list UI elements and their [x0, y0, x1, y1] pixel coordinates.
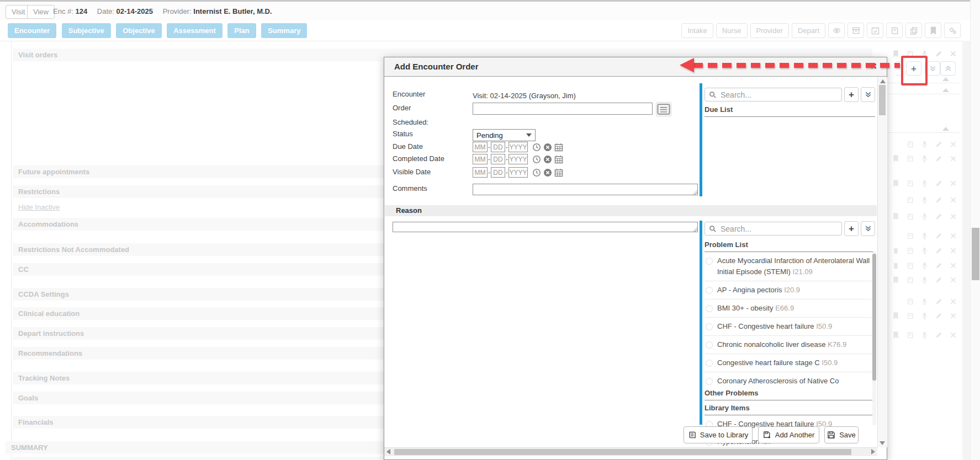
clock-icon[interactable] [532, 143, 541, 152]
due-expand-button[interactable] [861, 87, 875, 102]
calendar-icon[interactable] [554, 168, 563, 177]
collapse-caret-icon[interactable] [942, 77, 949, 81]
tab-objective[interactable]: Objective [116, 23, 162, 38]
problem-search-input[interactable] [719, 224, 838, 234]
rail-section-divider [888, 94, 960, 94]
radio-icon[interactable] [706, 323, 713, 330]
modal-vertical-scrollbar[interactable] [877, 77, 887, 447]
double-chevron-down-icon [865, 225, 872, 232]
completed-date-mm[interactable]: MM [473, 154, 488, 164]
clear-date-icon[interactable] [543, 143, 552, 152]
clock-icon[interactable] [532, 155, 541, 164]
tab-encounter[interactable]: Encounter [8, 23, 56, 38]
modal-hscroll-thumb[interactable] [394, 449, 851, 455]
soap-tabs: Encounter Subjective Objective Assessmen… [8, 23, 310, 38]
pencil-icon [932, 260, 946, 270]
modal-horizontal-scrollbar[interactable] [384, 447, 877, 456]
scroll-right-icon[interactable] [871, 449, 875, 454]
due-add-button[interactable]: + [844, 87, 859, 102]
gears-icon[interactable] [944, 23, 961, 38]
clear-date-icon[interactable] [543, 168, 552, 177]
due-date-yyyy[interactable]: YYYY [508, 142, 528, 152]
view-button[interactable]: View [27, 5, 55, 19]
bookmark-icon[interactable] [925, 23, 941, 38]
problem-name: CHF - Congestive heart failure [717, 322, 814, 330]
tab-summary[interactable]: Summary [261, 23, 307, 38]
problem-row-clipped[interactable]: Coronary Atherosclerosis of Native Co [704, 372, 875, 387]
scroll-down-icon[interactable] [880, 441, 885, 445]
collapse-caret-icon[interactable] [942, 127, 949, 131]
due-date-mm[interactable]: MM [473, 142, 488, 152]
calendar-icon[interactable] [554, 155, 563, 164]
problem-add-button[interactable]: + [844, 221, 859, 236]
close-icon [946, 311, 960, 320]
scroll-left-icon[interactable] [386, 449, 390, 454]
problem-list-scrollbar-thumb[interactable] [872, 254, 876, 381]
due-search-box[interactable] [704, 88, 842, 101]
visible-date-dd[interactable]: DD [491, 167, 505, 178]
order-input[interactable] [473, 103, 653, 115]
copy-icon[interactable] [905, 23, 922, 38]
collapse-all-button[interactable] [940, 61, 956, 76]
comments-input[interactable] [473, 184, 698, 195]
book-icon[interactable] [886, 23, 903, 38]
problem-expand-button[interactable] [861, 221, 875, 236]
resize-grip-icon[interactable] [692, 227, 697, 232]
problem-row[interactable]: Acute Myocardial Infarction of Anterolat… [704, 252, 875, 281]
radio-icon[interactable] [706, 305, 713, 312]
problem-row[interactable]: CHF - Congestive heart failure I50.9 [704, 318, 875, 336]
intake-button[interactable]: Intake [681, 23, 713, 38]
tab-assessment[interactable]: Assessment [167, 23, 223, 38]
calendar-check-icon[interactable] [867, 23, 883, 38]
save-to-library-button[interactable]: Save to Library [684, 426, 753, 443]
problem-search-box[interactable] [704, 222, 842, 236]
clear-date-icon[interactable] [543, 155, 552, 164]
tab-plan[interactable]: Plan [227, 23, 256, 38]
hide-inactive-link[interactable]: Hide Inactive [18, 203, 60, 211]
rail-icon-row [889, 153, 960, 163]
order-list-button[interactable] [656, 102, 671, 116]
depart-button[interactable]: Depart [792, 23, 825, 38]
clock-icon[interactable] [532, 168, 541, 177]
radio-icon[interactable] [706, 258, 713, 265]
archive-icon[interactable] [847, 23, 864, 38]
tab-subjective[interactable]: Subjective [62, 23, 111, 38]
reason-input[interactable] [393, 222, 698, 232]
problem-row[interactable]: AP - Angina pectoris I20.9 [704, 281, 875, 299]
visible-date-mm[interactable]: MM [473, 167, 488, 178]
microphone-icon [918, 195, 931, 205]
provider-button[interactable]: Provider [750, 23, 789, 38]
save-button[interactable]: Save [824, 426, 859, 443]
radio-icon[interactable] [706, 287, 713, 294]
visible-date-yyyy[interactable]: YYYY [508, 167, 528, 178]
problem-row[interactable]: Chronic nonalcoholic liver disease K76.9 [704, 336, 875, 354]
eye-icon[interactable] [828, 23, 845, 38]
trash-icon [889, 260, 903, 270]
add-another-button[interactable]: Add Another [758, 426, 819, 443]
calendar-icon[interactable] [554, 143, 563, 152]
scroll-up-icon[interactable] [880, 79, 886, 83]
page-scrollbar[interactable] [970, 0, 980, 460]
close-icon [946, 296, 960, 306]
completed-date-yyyy[interactable]: YYYY [508, 154, 528, 164]
due-date-dd[interactable]: DD [491, 142, 505, 152]
problem-panel: + Problem List Acute Myocardial Infarcti… [704, 221, 875, 451]
page-scrollbar-thumb[interactable] [972, 228, 979, 280]
microphone-icon [918, 311, 931, 320]
problem-list-scrollbar[interactable] [872, 252, 876, 425]
due-search-input[interactable] [719, 90, 838, 100]
problem-row[interactable]: BMI 30+ - obesity E66.9 [704, 299, 875, 318]
rail-icon-row [889, 330, 960, 340]
book-icon [903, 296, 917, 306]
radio-icon[interactable] [706, 378, 713, 385]
completed-date-dd[interactable]: DD [491, 154, 505, 164]
modal-vscroll-thumb[interactable] [879, 85, 886, 115]
problem-row[interactable]: Congestive heart failure stage C I50.9 [704, 354, 875, 372]
radio-icon[interactable] [706, 341, 713, 349]
due-date-label: Due Date [393, 142, 423, 151]
nurse-button[interactable]: Nurse [716, 23, 748, 38]
status-select[interactable]: Pending [473, 129, 536, 141]
radio-icon[interactable] [706, 360, 713, 367]
collapse-caret-icon[interactable] [942, 88, 949, 92]
resize-grip-icon[interactable] [692, 190, 697, 195]
